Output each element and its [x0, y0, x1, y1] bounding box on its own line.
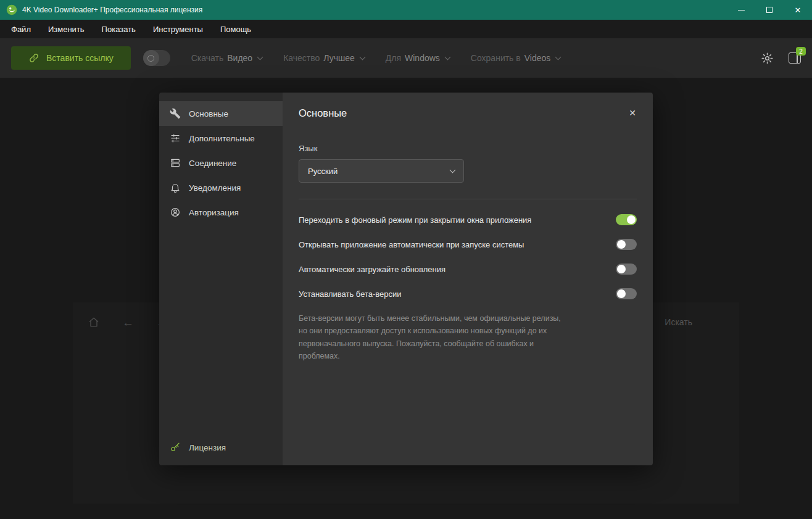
- settings-toggle-list: Переходить в фоновый режим при закрытии …: [299, 207, 637, 306]
- chevron-down-icon: [257, 54, 263, 60]
- settings-nav-item[interactable]: Авторизация: [159, 200, 283, 225]
- license-nav-item[interactable]: Лицензия: [170, 442, 226, 453]
- setting-toggle-row: Автоматически загружайте обновления: [299, 257, 637, 281]
- wrench-icon: [170, 108, 181, 119]
- window-title: 4K Video Downloader+ Профессиональная ли…: [22, 6, 202, 14]
- link-icon: [28, 52, 39, 64]
- language-label: Язык: [299, 144, 637, 153]
- toolbar-right: 2: [761, 52, 801, 65]
- settings-dialog: Основные Дополнительные Соединение: [159, 93, 653, 465]
- setting-toggle-label: Автоматически загружайте обновления: [299, 265, 445, 274]
- divider: [299, 199, 637, 199]
- menubar: Файл Изменить Показать Инструменты Помощ…: [0, 20, 812, 38]
- menu-item[interactable]: Показать: [93, 20, 144, 38]
- settings-nav-item-label: Соединение: [189, 159, 236, 168]
- bell-icon: [170, 182, 181, 193]
- minimize-icon: [738, 10, 745, 10]
- menu-item[interactable]: Изменить: [39, 20, 93, 38]
- close-icon: ✕: [795, 6, 802, 14]
- dropdown-value: Лучшее: [323, 53, 354, 63]
- toolbar: Вставить ссылку Скачать Видео Качество Л…: [0, 38, 812, 78]
- settings-nav-item-label: Дополнительные: [189, 134, 255, 143]
- setting-toggle-row: Открывать приложение автоматически при з…: [299, 232, 637, 257]
- dropdown-label: Для: [386, 53, 401, 63]
- language-select[interactable]: Русский: [299, 159, 464, 183]
- menu-item[interactable]: Файл: [2, 20, 39, 38]
- settings-page-title: Основные: [299, 107, 637, 119]
- settings-nav-item[interactable]: Соединение: [159, 151, 283, 175]
- person-icon: [170, 207, 181, 218]
- sliders-icon: [170, 133, 181, 144]
- paste-link-label: Вставить ссылку: [46, 53, 114, 63]
- license-label: Лицензия: [189, 443, 226, 452]
- connection-icon: [170, 157, 181, 168]
- menu-item[interactable]: Помощь: [212, 20, 260, 38]
- dropdown-label: Качество: [283, 53, 320, 63]
- chevron-down-icon: [450, 167, 456, 173]
- settings-gear-icon[interactable]: [761, 52, 774, 65]
- paste-link-button[interactable]: Вставить ссылку: [11, 46, 131, 70]
- beta-note: Бета-версии могут быть менее стабильными…: [299, 312, 569, 362]
- chevron-down-icon: [359, 54, 365, 60]
- dropdown-label: Сохранить в: [471, 53, 521, 63]
- chevron-down-icon: [555, 54, 561, 60]
- settings-nav-list: Основные Дополнительные Соединение: [159, 101, 283, 225]
- setting-toggle-label: Переходить в фоновый режим при закрытии …: [299, 215, 531, 225]
- downloads-panel-button[interactable]: 2: [789, 52, 801, 64]
- close-button[interactable]: ✕: [784, 0, 812, 20]
- toolbar-dropdowns: Скачать Видео Качество Лучшее Для Window…: [191, 53, 561, 63]
- minimize-button[interactable]: [727, 0, 755, 20]
- toggle-switch[interactable]: [616, 264, 637, 275]
- main-area: ← → Искать Основные: [0, 78, 812, 519]
- dropdown-label: Скачать: [191, 53, 224, 63]
- dialog-close-button[interactable]: ✕: [629, 108, 636, 118]
- setting-toggle-row: Устанавливать бета-версии: [299, 281, 637, 306]
- settings-nav-item[interactable]: Основные: [159, 101, 283, 126]
- toolbar-dropdown[interactable]: Качество Лучшее: [283, 53, 365, 63]
- language-select-value: Русский: [308, 167, 338, 176]
- dropdown-value: Windows: [405, 53, 440, 63]
- settings-nav-item-label: Уведомления: [189, 183, 241, 193]
- settings-nav-item-label: Авторизация: [189, 208, 239, 217]
- toolbar-dropdown[interactable]: Для Windows: [386, 53, 450, 63]
- window-controls: ✕: [727, 0, 812, 20]
- key-icon: [170, 442, 181, 453]
- toggle-switch[interactable]: [616, 214, 637, 225]
- titlebar: 4K Video Downloader+ Профессиональная ли…: [0, 0, 812, 20]
- settings-nav-item[interactable]: Дополнительные: [159, 126, 283, 151]
- notification-badge: 2: [796, 47, 806, 56]
- smart-mode-knob-icon: [143, 50, 159, 66]
- setting-toggle-label: Устанавливать бета-версии: [299, 289, 402, 299]
- smart-mode-toggle[interactable]: [143, 50, 170, 66]
- toolbar-dropdown[interactable]: Скачать Видео: [191, 53, 262, 63]
- settings-nav-item-label: Основные: [189, 109, 228, 118]
- app-window: 4K Video Downloader+ Профессиональная ли…: [0, 0, 812, 519]
- menu-item[interactable]: Инструменты: [144, 20, 212, 38]
- toolbar-dropdown[interactable]: Сохранить в Videos: [471, 53, 560, 63]
- maximize-button[interactable]: [755, 0, 784, 20]
- app-logo-icon: [6, 4, 17, 15]
- setting-toggle-row: Переходить в фоновый режим при закрытии …: [299, 207, 637, 232]
- dropdown-value: Видео: [227, 53, 252, 63]
- setting-toggle-label: Открывать приложение автоматически при з…: [299, 240, 524, 249]
- settings-nav-item[interactable]: Уведомления: [159, 175, 283, 200]
- maximize-icon: [766, 7, 773, 13]
- settings-content: Основные ✕ Язык Русский Переходить в фон…: [283, 93, 653, 465]
- toggle-switch[interactable]: [616, 239, 637, 250]
- settings-sidebar: Основные Дополнительные Соединение: [159, 93, 283, 465]
- chevron-down-icon: [444, 54, 450, 60]
- dropdown-value: Videos: [524, 53, 551, 63]
- toggle-switch[interactable]: [616, 288, 637, 299]
